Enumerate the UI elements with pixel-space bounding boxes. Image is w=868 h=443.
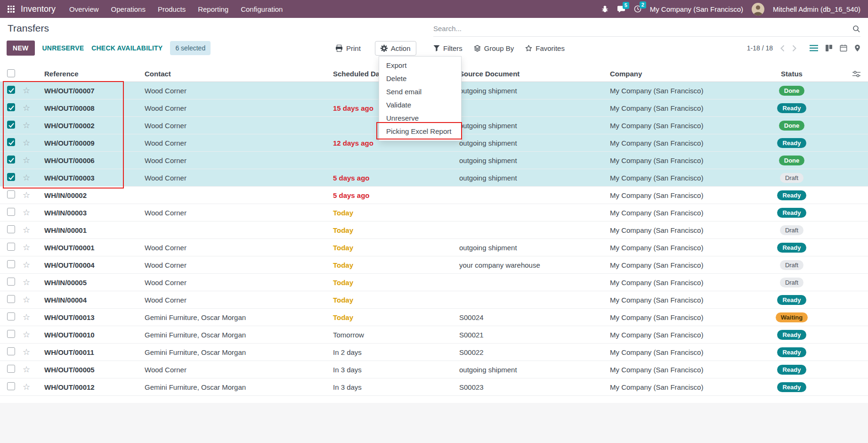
app-name[interactable]: Inventory [21,4,56,14]
search-input[interactable] [433,25,852,33]
action-menu-item-send-email[interactable]: Send email [379,85,461,98]
action-menu-item-validate[interactable]: Validate [379,98,461,112]
table-row[interactable]: ☆ WH/OUT/00005 Wood Corner In 3 days out… [0,361,868,378]
table-row[interactable]: ☆ WH/OUT/00003 Wood Corner 5 days ago ou… [0,169,868,187]
table-row[interactable]: ☆ WH/OUT/00010 Gemini Furniture, Oscar M… [0,326,868,344]
row-checkbox[interactable] [7,225,15,233]
table-row[interactable]: ☆ WH/OUT/00011 Gemini Furniture, Oscar M… [0,344,868,361]
user-menu[interactable]: Mitchell Admin (db_16_540) [773,5,860,13]
messages-icon[interactable]: 5 [617,6,625,13]
pager-previous-icon[interactable] [779,44,786,53]
favorite-star-icon[interactable]: ☆ [23,191,30,199]
row-checkbox[interactable] [7,365,15,373]
row-checkbox[interactable] [7,347,15,355]
status-badge: Done [779,156,805,165]
row-checkbox[interactable] [7,103,15,111]
column-header-source-document[interactable]: Source Document [457,70,608,78]
column-header-reference[interactable]: Reference [41,70,143,78]
favorite-star-icon[interactable]: ☆ [23,313,30,321]
favorite-star-icon[interactable]: ☆ [23,330,30,339]
table-row[interactable]: ☆ WH/IN/00004 Wood Corner Today My Compa… [0,291,868,309]
check-availability-button[interactable]: CHECK AVAILABILITY [91,44,162,52]
menu-item-operations[interactable]: Operations [111,5,146,13]
menu-item-configuration[interactable]: Configuration [241,5,283,13]
action-menu-item-export[interactable]: Export [379,59,461,72]
map-view-icon[interactable] [853,43,861,53]
pager-next-icon[interactable] [791,44,797,53]
calendar-view-icon[interactable] [839,43,848,53]
gear-icon [381,45,388,52]
action-label: Action [391,44,411,52]
row-checkbox[interactable] [7,138,15,146]
favorite-star-icon[interactable]: ☆ [23,261,30,269]
row-checkbox[interactable] [7,295,15,303]
row-checkbox[interactable] [7,312,15,320]
company-cell: My Company (San Francisco) [608,174,754,182]
action-button[interactable]: Action [375,41,416,56]
row-checkbox[interactable] [7,278,15,286]
table-row[interactable]: ☆ WH/IN/00001 Today My Company (San Fran… [0,222,868,239]
favorite-star-icon[interactable]: ☆ [23,365,30,374]
column-header-contact[interactable]: Contact [143,70,331,78]
table-row[interactable]: ☆ WH/OUT/00001 Wood Corner Today outgoin… [0,239,868,256]
debug-bug-icon[interactable] [601,6,608,13]
row-checkbox[interactable] [7,156,15,164]
favorite-star-icon[interactable]: ☆ [23,86,30,95]
row-checkbox[interactable] [7,330,15,338]
favorite-star-icon[interactable]: ☆ [23,383,30,391]
favorite-star-icon[interactable]: ☆ [23,104,30,112]
column-header-status[interactable]: Status [754,70,829,78]
list-view-icon[interactable] [809,43,819,53]
new-button[interactable]: NEW [7,41,35,56]
kanban-view-icon[interactable] [824,43,834,53]
reference-cell: WH/IN/00005 [41,279,143,287]
favorite-star-icon[interactable]: ☆ [23,295,30,304]
row-checkbox[interactable] [7,260,15,268]
table-row[interactable]: ☆ WH/IN/00003 Wood Corner Today My Compa… [0,204,868,222]
favorite-star-icon[interactable]: ☆ [23,156,30,164]
scheduled-date-cell: Today [331,209,457,217]
row-checkbox[interactable] [7,382,15,390]
column-header-company[interactable]: Company [608,70,754,78]
favorite-star-icon[interactable]: ☆ [23,173,30,182]
favorite-star-icon[interactable]: ☆ [23,348,30,356]
table-row[interactable]: ☆ WH/OUT/00006 Wood Corner outgoing ship… [0,152,868,169]
row-checkbox[interactable] [7,190,15,198]
table-row[interactable]: ☆ WH/IN/00005 Wood Corner Today My Compa… [0,274,868,291]
favorite-star-icon[interactable]: ☆ [23,139,30,147]
row-checkbox[interactable] [7,86,15,94]
activities-clock-icon[interactable]: 2 [634,5,641,13]
filters-button[interactable]: Filters [433,44,462,52]
menu-item-overview[interactable]: Overview [69,5,99,13]
favorite-star-icon[interactable]: ☆ [23,243,30,252]
contact-cell: Gemini Furniture, Oscar Morgan [143,383,331,391]
action-menu-item-unreserve[interactable]: Unreserve [379,112,461,125]
menu-item-reporting[interactable]: Reporting [198,5,228,13]
print-button[interactable]: Print [335,44,361,52]
favorite-star-icon[interactable]: ☆ [23,278,30,287]
table-row[interactable]: ☆ WH/OUT/00004 Wood Corner Today your co… [0,256,868,274]
unreserve-button[interactable]: UNRESERVE [42,44,84,52]
select-all-checkbox[interactable] [7,69,15,77]
favorite-star-icon[interactable]: ☆ [23,208,30,217]
table-row[interactable]: ☆ WH/OUT/00013 Gemini Furniture, Oscar M… [0,309,868,326]
row-checkbox[interactable] [7,121,15,129]
row-checkbox[interactable] [7,243,15,251]
table-row[interactable]: ☆ WH/OUT/00012 Gemini Furniture, Oscar M… [0,378,868,396]
action-menu-item-picking-excel-report[interactable]: Picking Excel Report [379,125,461,138]
company-switcher[interactable]: My Company (San Francisco) [650,5,743,13]
row-checkbox[interactable] [7,173,15,181]
favorites-button[interactable]: Favorites [525,44,565,52]
table-row[interactable]: ☆ WH/IN/00002 5 days ago My Company (San… [0,187,868,204]
apps-menu-icon[interactable] [8,6,15,13]
favorite-star-icon[interactable]: ☆ [23,226,30,234]
row-checkbox[interactable] [7,208,15,216]
menu-item-products[interactable]: Products [158,5,186,13]
avatar[interactable] [752,3,764,16]
optional-columns-icon[interactable] [852,71,860,77]
action-menu-item-delete[interactable]: Delete [379,72,461,85]
view-switcher [809,43,861,53]
group-by-button[interactable]: Group By [474,44,514,52]
search-icon[interactable] [852,25,860,33]
favorite-star-icon[interactable]: ☆ [23,121,30,130]
